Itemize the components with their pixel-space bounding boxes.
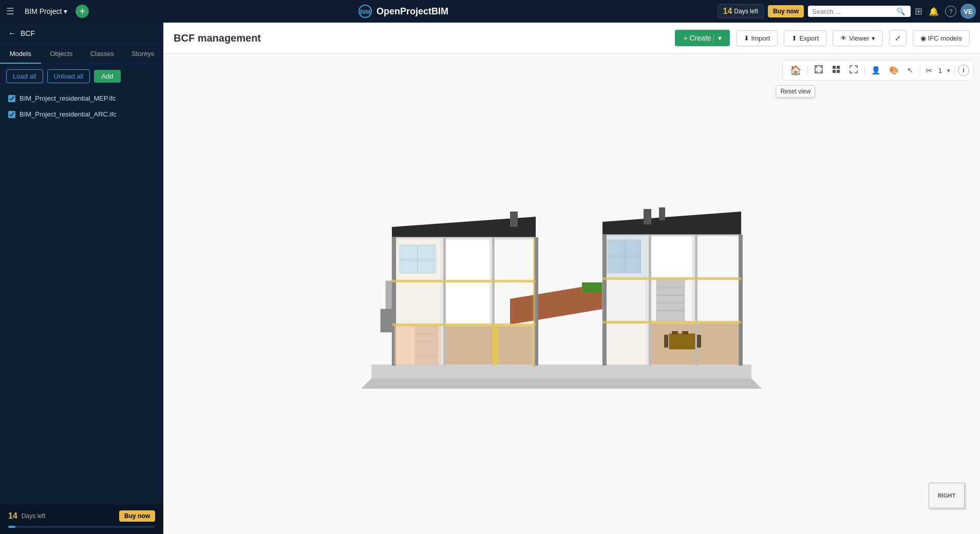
grid-view-icon [832,65,841,74]
cube-face-right: RIGHT [929,483,965,508]
tab-objects[interactable]: Objects [41,45,82,64]
scissors-icon: ✂ [924,66,934,75]
trial-progress-fill [8,526,15,528]
sidebar: ← BCF Models Objects Classes Storeys Loa… [0,23,163,534]
building-svg [341,206,803,412]
expand-icon: ⤢ [895,34,901,42]
create-label: Create [690,34,711,42]
model-name-mep: BIM_Project_residential_MEP.ifc [20,94,116,102]
viewer-caret-icon: ▾ [872,34,875,42]
project-selector[interactable]: BIM Project ▾ [21,5,71,17]
nav-icons: ⊞ 🔔 ? [915,6,956,17]
main-content: BCF management + Create ▾ ⬇ Import ⬆ Exp… [163,23,980,534]
section-box-button[interactable] [811,63,826,78]
trial-bar: 14 Days left Buy now [8,510,155,522]
list-item[interactable]: BIM_Project_residential_MEP.ifc [0,90,163,106]
svg-rect-58 [739,235,743,366]
svg-rect-64 [602,321,741,323]
svg-rect-7 [833,66,836,69]
model-checkbox-arc[interactable] [8,111,15,118]
svg-rect-23 [443,326,533,365]
grid-view-button[interactable] [828,63,844,78]
global-add-button[interactable]: + [76,5,89,18]
svg-rect-17 [443,240,489,280]
tab-classes[interactable]: Classes [82,45,123,64]
user-avatar[interactable]: VE [960,4,976,19]
load-all-button[interactable]: Load all [6,69,43,83]
svg-rect-37 [605,323,646,365]
reset-view-tooltip: Reset view [776,85,815,98]
create-button[interactable]: + Create ▾ [675,30,729,46]
svg-rect-48 [656,280,685,321]
svg-marker-40 [361,378,762,389]
expand-button[interactable]: ⤢ [889,30,907,46]
3d-viewer[interactable]: 🏠 Reset view [163,54,980,534]
paint-button[interactable]: 🎨 [886,64,902,77]
grid-apps-icon[interactable]: ⊞ [915,6,922,17]
model-list: BIM_Project_residential_MEP.ifc BIM_Proj… [0,88,163,124]
import-button[interactable]: ⬇ Import [736,30,778,46]
svg-rect-77 [608,240,641,273]
svg-rect-19 [394,282,441,323]
fullscreen-button[interactable] [846,63,861,78]
trial-days: 14 [723,7,732,16]
logo-icon: BIM [358,4,372,18]
svg-rect-68 [669,334,695,349]
trial-info: 14 Days left [718,4,764,18]
unload-all-button[interactable]: Unload all [47,69,90,83]
svg-rect-62 [392,323,536,326]
toolbar-divider-2 [864,65,865,75]
create-caret-icon[interactable]: ▾ [713,34,722,42]
viewer-icon: 👁 [840,34,847,42]
search-input[interactable] [812,8,894,15]
svg-rect-33 [695,236,740,277]
sidebar-trial-days: 14 [8,511,17,521]
person-view-button[interactable]: 👤 [868,64,884,77]
menu-icon[interactable]: ☰ [4,4,16,19]
orientation-cube[interactable]: RIGHT [929,483,970,524]
ifc-models-button[interactable]: ◉ IFC models [913,30,970,46]
svg-rect-63 [602,277,741,280]
svg-rect-69 [664,335,668,348]
export-button[interactable]: ⬆ Export [784,30,826,46]
viewer-button[interactable]: 👁 Viewer ▾ [833,30,883,46]
tab-models[interactable]: Models [0,45,41,64]
svg-rect-34 [605,280,646,321]
app-logo: BIM OpenProjectBIM [93,4,713,18]
add-model-button[interactable]: Add [94,70,120,83]
section-box-icon [814,65,823,74]
sidebar-trial-label: Days left [22,512,46,520]
buy-now-button[interactable]: Buy now [768,5,804,17]
sidebar-buy-button[interactable]: Buy now [119,510,155,522]
svg-rect-10 [837,70,840,73]
project-name: BIM Project [25,7,62,15]
svg-rect-28 [602,235,741,236]
svg-rect-81 [492,326,498,365]
clip-caret-button[interactable]: ▾ [946,67,951,74]
tab-storeys[interactable]: Storeys [123,45,164,64]
svg-rect-13 [392,237,536,238]
svg-rect-18 [492,240,534,280]
search-icon[interactable]: 🔍 [896,7,905,15]
svg-rect-61 [392,280,536,282]
export-label: Export [799,34,819,42]
model-actions: Load all Unload all Add [0,64,163,88]
svg-rect-72 [682,331,688,334]
toolbar-divider-3 [920,65,920,75]
ifc-label: IFC models [928,34,962,42]
select-button[interactable]: ↖ [904,64,917,77]
svg-rect-70 [697,335,701,348]
3d-building-view [341,206,803,402]
trial-progress-bar [8,526,155,528]
svg-rect-32 [649,236,692,277]
list-item[interactable]: BIM_Project_residential_ARC.ifc [0,106,163,122]
svg-rect-9 [833,70,836,73]
notifications-icon[interactable]: 🔔 [929,7,939,16]
sidebar-tabs: Models Objects Classes Storeys [0,45,163,64]
reset-view-button[interactable]: 🏠 [787,63,804,78]
info-button[interactable]: i [958,65,969,76]
help-icon[interactable]: ? [945,6,956,17]
svg-rect-8 [837,66,840,69]
model-checkbox-mep[interactable] [8,95,15,102]
sidebar-back-nav[interactable]: ← BCF [0,23,163,45]
